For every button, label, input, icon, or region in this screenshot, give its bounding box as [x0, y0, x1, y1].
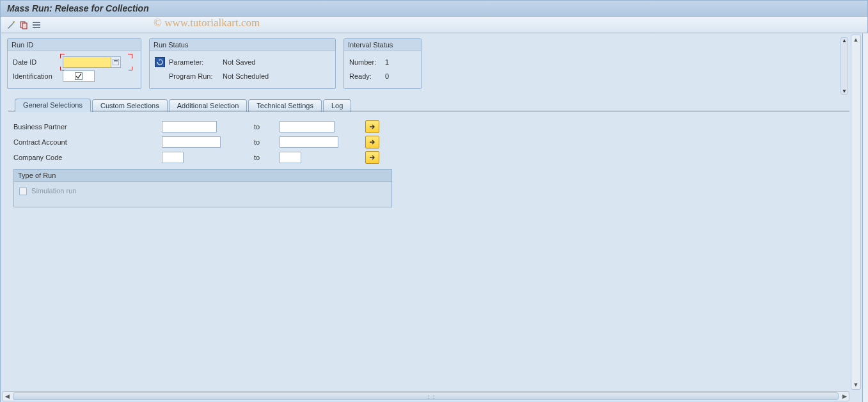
svg-rect-2 — [22, 23, 27, 29]
svg-rect-5 — [33, 27, 40, 28]
tab-technical-settings[interactable]: Technical Settings — [248, 99, 322, 112]
contract-account-to-label: to — [251, 138, 280, 146]
panel-interval-status: Interval Status Number: 1 Ready: 0 — [343, 38, 422, 89]
tab-custom-selections[interactable]: Custom Selections — [92, 99, 168, 112]
tab-strip: General Selections Custom Selections Add… — [1, 98, 862, 111]
tab-general-selections[interactable]: General Selections — [15, 99, 91, 112]
svg-rect-7 — [114, 60, 118, 61]
tab-panel-general: Business Partner to Contract Account to … — [8, 111, 853, 213]
business-partner-multiselect[interactable] — [365, 120, 379, 133]
panel-type-of-run: Type of Run Simulation run — [13, 169, 392, 207]
refresh-status-icon[interactable] — [155, 57, 165, 67]
company-code-label: Company Code — [13, 154, 162, 161]
page-title-bar: Mass Run: Release for Collection — [0, 0, 868, 17]
vertical-scrollbar[interactable]: ▲ ▼ — [851, 35, 861, 390]
copy-icon[interactable] — [19, 20, 29, 30]
panel-interval-status-title: Interval Status — [344, 39, 421, 51]
identification-input[interactable] — [63, 70, 95, 82]
page-title: Mass Run: Release for Collection — [7, 3, 149, 13]
wand-icon[interactable] — [6, 20, 16, 30]
svg-rect-6 — [113, 59, 119, 65]
contract-account-from[interactable] — [162, 136, 221, 148]
interval-ready-value: 0 — [385, 72, 389, 80]
scroll-left-icon[interactable]: ◀ — [3, 392, 12, 401]
scroll-right-icon[interactable]: ▶ — [840, 392, 849, 401]
inner-scroll-down-icon[interactable]: ▼ — [842, 88, 847, 94]
date-id-input[interactable] — [63, 56, 111, 68]
panel-run-id: Run ID Date ID Identification — [7, 38, 141, 89]
tab-log[interactable]: Log — [323, 99, 351, 112]
layout-icon[interactable] — [31, 20, 42, 30]
date-id-label: Date ID — [13, 58, 63, 66]
business-partner-from[interactable] — [162, 121, 217, 133]
svg-rect-4 — [33, 24, 40, 26]
company-code-from[interactable] — [162, 152, 184, 163]
business-partner-to[interactable] — [280, 121, 335, 133]
type-of-run-title: Type of Run — [14, 170, 391, 182]
program-run-value: Not Scheduled — [223, 72, 269, 80]
tab-additional-selection[interactable]: Additional Selection — [169, 99, 248, 112]
date-id-valuehelp[interactable] — [111, 56, 121, 68]
scroll-up-icon[interactable]: ▲ — [851, 35, 860, 44]
horizontal-scrollbar[interactable]: ◀ ⋮⋮ ▶ — [2, 391, 849, 401]
company-code-multiselect[interactable] — [365, 151, 379, 164]
interval-ready-label: Ready: — [349, 72, 385, 80]
panel-run-id-title: Run ID — [8, 39, 141, 51]
parameter-label: Parameter: — [169, 58, 223, 66]
business-partner-to-label: to — [251, 123, 280, 131]
contract-account-to[interactable] — [280, 136, 338, 148]
program-run-label: Program Run: — [169, 72, 223, 80]
scroll-down-icon[interactable]: ▼ — [851, 380, 860, 389]
simulation-run-checkbox[interactable] — [19, 188, 27, 195]
inner-scroll-up-icon[interactable]: ▲ — [842, 38, 847, 44]
contract-account-label: Contract Account — [13, 138, 162, 146]
company-code-to-label: to — [251, 154, 280, 161]
svg-point-0 — [13, 21, 15, 22]
app-toolbar — [0, 17, 868, 33]
business-partner-label: Business Partner — [13, 123, 162, 131]
identification-label: Identification — [13, 72, 63, 80]
company-code-to[interactable] — [280, 152, 301, 163]
content-area: Run ID Date ID Identification — [0, 33, 863, 402]
contract-account-multiselect[interactable] — [365, 136, 379, 149]
inner-vertical-scrollbar[interactable]: ▲ ▼ — [840, 37, 848, 95]
simulation-run-label: Simulation run — [31, 187, 76, 195]
svg-rect-3 — [33, 22, 40, 23]
panel-run-status-title: Run Status — [150, 39, 335, 51]
interval-number-value: 1 — [385, 58, 389, 66]
interval-number-label: Number: — [349, 58, 385, 66]
panel-run-status: Run Status Parameter: Not Saved Program … — [149, 38, 336, 89]
parameter-value: Not Saved — [223, 58, 255, 66]
